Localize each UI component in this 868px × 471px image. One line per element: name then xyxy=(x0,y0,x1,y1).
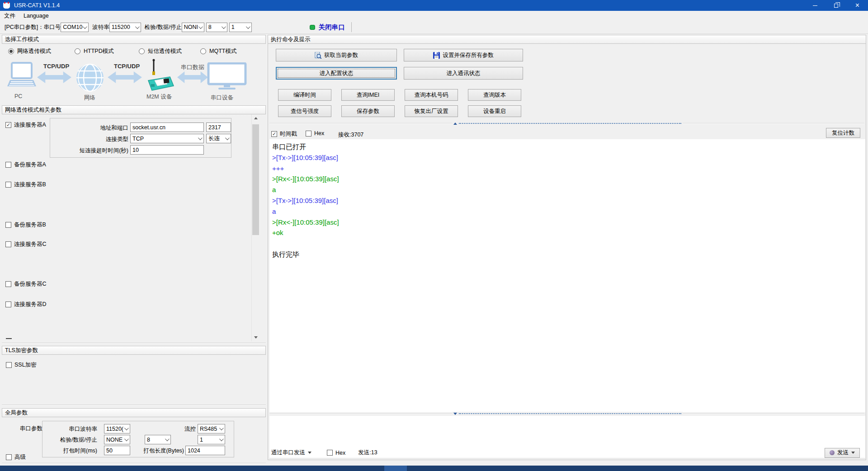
close-serial-button[interactable]: 关闭串口 xyxy=(319,23,345,32)
close-button[interactable]: × xyxy=(847,0,868,11)
net-params-scrollbar[interactable] xyxy=(251,114,259,341)
log-line: 串口已打开 xyxy=(272,141,865,152)
row3-button-2[interactable]: 查询本机号码 xyxy=(405,89,458,101)
section-divider xyxy=(2,343,266,344)
enter-comm-button[interactable]: 进入通讯状态 xyxy=(404,67,523,80)
reset-counter-button[interactable]: 复位计数 xyxy=(826,128,860,138)
chevron-down-icon xyxy=(124,426,129,430)
row4-button-0[interactable]: 查信号强度 xyxy=(278,105,331,117)
gp-stopbits-select[interactable]: 1 xyxy=(198,435,225,444)
parity-select[interactable]: NONI xyxy=(182,23,204,32)
network-globe-icon xyxy=(76,64,104,93)
link1-label: TCP/UDP xyxy=(43,63,69,70)
enter-config-button[interactable]: 进入配置状态 xyxy=(276,67,397,80)
arrow-m2m-serial-icon xyxy=(177,71,208,83)
checkbox-unchecked-icon xyxy=(5,162,11,168)
conn-type-select[interactable]: TCP xyxy=(130,134,204,143)
chevron-down-icon xyxy=(219,426,224,430)
baud-select[interactable]: 115200 xyxy=(109,23,141,32)
save-floppy-icon xyxy=(433,52,440,59)
send-via-dropdown[interactable]: 通过串口发送 xyxy=(271,449,311,457)
row4-button-2[interactable]: 恢复出厂设置 xyxy=(405,105,458,117)
conn-mode-select[interactable]: 长连 xyxy=(206,134,231,143)
timestamp-checkbox[interactable]: ✓ 时间戳 xyxy=(271,130,297,138)
chevron-down-icon xyxy=(198,136,203,140)
scroll-up-icon[interactable] xyxy=(252,114,259,122)
radio-icon xyxy=(139,48,145,54)
packlen-label: 打包长度(Bytes) xyxy=(140,447,184,455)
server-a-address-input[interactable]: socket.usr.cn xyxy=(130,122,204,132)
scroll-down-icon[interactable] xyxy=(252,334,259,341)
addr-port-label: 地址和端口 xyxy=(68,124,128,132)
stopbits-select[interactable]: 1 xyxy=(229,23,252,32)
app-logo-icon xyxy=(3,3,10,9)
collapse-down-icon xyxy=(453,413,457,415)
work-mode-radios: 网络透传模式HTTPD模式短信透传模式MQTT模式 xyxy=(8,47,261,55)
splitter-top-handle[interactable] xyxy=(452,122,683,125)
taskbar[interactable] xyxy=(0,466,868,471)
checkbox-unchecked-icon xyxy=(6,454,12,460)
server-checkbox-0[interactable]: 备份服务器A xyxy=(5,161,46,169)
gp-databits-select[interactable]: 8 xyxy=(145,435,171,444)
splitter-bottom-handle[interactable] xyxy=(452,412,683,415)
work-mode-radio-2[interactable]: 短信透传模式 xyxy=(139,47,182,55)
databits-select[interactable]: 8 xyxy=(206,23,227,32)
set-save-params-button[interactable]: 设置并保存所有参数 xyxy=(404,49,523,61)
pc-serial-label: [PC串口参数]：串口号 xyxy=(5,24,61,31)
work-mode-radio-3[interactable]: MQTT模式 xyxy=(200,47,236,55)
work-mode-radio-0[interactable]: 网络透传模式 xyxy=(8,47,51,55)
server-a-checkbox[interactable]: ✓ 连接服务器A xyxy=(5,121,46,129)
ssl-checkbox[interactable]: SSL加密 xyxy=(6,361,37,369)
get-params-button[interactable]: 获取当前参数 xyxy=(276,49,397,61)
row4-button-1[interactable]: 保存参数 xyxy=(341,105,395,117)
collapse-up-icon xyxy=(453,122,457,125)
work-mode-radio-1[interactable]: HTTPD模式 xyxy=(75,47,114,55)
scrollbar-thumb[interactable] xyxy=(252,124,259,235)
advanced-checkbox[interactable]: 高级 xyxy=(6,453,26,461)
menu-file[interactable]: 文件 xyxy=(0,11,19,21)
com-port-select[interactable]: COM10 xyxy=(61,23,89,32)
gp-baud-select[interactable]: 11520( xyxy=(104,424,130,433)
serial-device-label: 串口设备 xyxy=(211,94,233,102)
hex-display-checkbox[interactable]: Hex xyxy=(306,130,324,137)
minimize-button[interactable] xyxy=(804,0,826,11)
checkbox-checked-icon: ✓ xyxy=(5,122,11,128)
server-checkbox-1[interactable]: 连接服务器B xyxy=(5,181,46,188)
radio-icon xyxy=(200,48,206,54)
log-line: a xyxy=(272,206,865,217)
global-params-header: 全局参数 xyxy=(2,408,266,417)
link2-label: TCP/UDP xyxy=(114,63,140,70)
server-checkbox-2[interactable]: 备份服务器B xyxy=(5,221,46,229)
menu-language[interactable]: Language xyxy=(19,11,53,21)
row3-button-3[interactable]: 查询版本 xyxy=(468,89,521,101)
short-conn-timeout-input[interactable]: 10 xyxy=(130,145,204,155)
tls-header-label: TLS加密参数 xyxy=(5,347,38,354)
pc-icon xyxy=(7,62,36,90)
gp-parity-label: 检验/数据/停止 xyxy=(57,436,97,444)
packlen-input[interactable]: 1024 xyxy=(185,446,225,455)
row3-button-0[interactable]: 编译时间 xyxy=(278,89,331,101)
section-divider xyxy=(2,463,266,464)
send-button[interactable]: 发送 xyxy=(825,448,860,458)
hex-send-checkbox[interactable]: Hex xyxy=(327,450,345,456)
serial-log[interactable]: 串口已打开>[Tx->][10:05:39][asc]+++>[Rx<-][10… xyxy=(269,139,865,412)
restore-icon xyxy=(834,4,838,8)
server-checkbox-5[interactable]: 连接服务器D xyxy=(5,301,47,308)
command-panel-header-label: 执行命令及提示 xyxy=(271,36,311,43)
restore-button[interactable] xyxy=(826,0,847,11)
chevron-down-icon xyxy=(135,24,140,29)
server-checkbox-3[interactable]: 连接服务器C xyxy=(5,240,47,248)
log-line: >[Tx->][10:05:39][asc] xyxy=(272,195,865,206)
arrow-pc-network-icon xyxy=(37,71,71,83)
row4-button-3[interactable]: 设备重启 xyxy=(468,105,521,117)
server-checkbox-4[interactable]: 备份服务器C xyxy=(5,280,47,288)
link3-label: 串口数据 xyxy=(181,63,204,71)
row3-button-1[interactable]: 查询IMEI xyxy=(341,89,395,101)
server-a-port-input[interactable]: 2317 xyxy=(206,122,231,132)
gp-parity-select[interactable]: NONE xyxy=(104,435,130,444)
net-params-header: 网络透传模式相关参数 xyxy=(2,105,266,114)
packtime-input[interactable]: 50 xyxy=(104,446,130,455)
log-line: +++ xyxy=(272,163,865,174)
flow-select[interactable]: RS485 xyxy=(198,424,225,433)
work-mode-header-label: 选择工作模式 xyxy=(5,36,39,43)
